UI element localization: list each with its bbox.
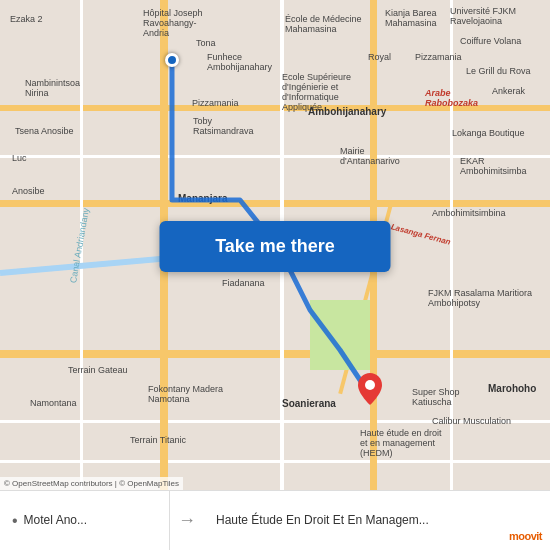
map-container: Ezaka 2 Hôpital JosephRavoahangy-Andria …: [0, 0, 550, 490]
arrow-separator: →: [170, 491, 204, 550]
to-label-container: Haute Étude En Droit Et En Managem...: [216, 513, 429, 529]
bottom-to-section: Haute Étude En Droit Et En Managem... mo…: [204, 491, 550, 550]
from-label: Motel Ano...: [24, 513, 87, 529]
destination-marker: [358, 373, 382, 409]
svg-point-0: [365, 380, 375, 390]
bottom-bar: • Motel Ano... → Haute Étude En Droit Et…: [0, 490, 550, 550]
from-label-container: • Motel Ano...: [12, 512, 87, 530]
moovit-logo: moovit: [509, 530, 542, 542]
direction-arrow: →: [178, 510, 196, 531]
bottom-from-section: • Motel Ano...: [0, 491, 170, 550]
moovit-text: moovit: [509, 530, 542, 542]
to-label: Haute Étude En Droit Et En Managem...: [216, 513, 429, 529]
take-me-there-button[interactable]: Take me there: [160, 221, 391, 272]
map-attribution: © OpenStreetMap contributors | © OpenMap…: [0, 477, 183, 490]
from-icon: •: [12, 512, 18, 530]
origin-marker: [165, 53, 179, 67]
